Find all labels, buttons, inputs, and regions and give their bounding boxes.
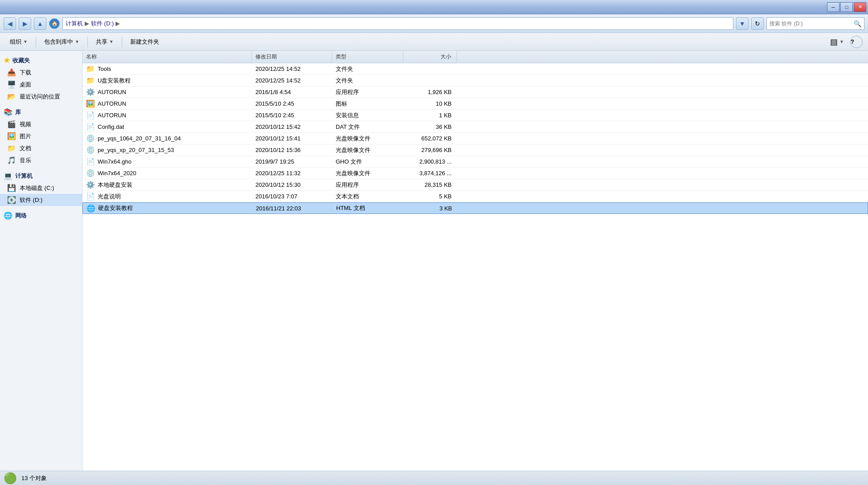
sidebar-network-section: 🌐 网络	[0, 210, 82, 222]
col-header-name[interactable]: 名称	[82, 51, 252, 62]
folder-music-icon: 🎵	[7, 156, 16, 164]
organize-button[interactable]: 组织 ▼	[5, 35, 32, 49]
sidebar-item-software-d[interactable]: 💽 软件 (D:)	[0, 194, 82, 206]
col-header-type[interactable]: 类型	[332, 51, 403, 62]
sidebar-item-pictures[interactable]: 🖼️ 图片	[0, 130, 82, 142]
file-date-cell: 2020/10/12 15:30	[252, 181, 332, 189]
file-list-header: 名称 修改日期 类型 大小	[82, 51, 868, 63]
star-icon: ★	[4, 56, 10, 65]
file-type-cell: 光盘映像文件	[332, 145, 403, 155]
file-icon: 📄	[86, 123, 95, 131]
view-button[interactable]: ▤ ▼	[826, 35, 848, 49]
file-list-container[interactable]: 名称 修改日期 类型 大小 📁 Tools 2020/12/25 14:52 文…	[82, 51, 868, 471]
address-path[interactable]: 计算机 ▶ 软件 (D:) ▶	[62, 17, 733, 30]
maximize-button[interactable]: □	[840, 2, 853, 12]
share-label: 共享	[96, 38, 107, 46]
table-row[interactable]: 💿 Win7x64_2020 2020/12/25 11:32 光盘映像文件 3…	[82, 168, 868, 179]
up-button[interactable]: ▲	[34, 17, 46, 30]
col-header-date[interactable]: 修改日期	[252, 51, 332, 62]
table-row[interactable]: 📄 Win7x64.gho 2019/9/7 19:25 GHO 文件 2,90…	[82, 156, 868, 168]
file-rows-container: 📁 Tools 2020/12/25 14:52 文件夹 📁 U盘安装教程 20…	[82, 63, 868, 214]
file-date-cell: 2020/10/12 15:36	[252, 146, 332, 154]
folder-recent-icon: 📂	[7, 92, 16, 101]
file-name-cell: ⚙️ AUTORUN	[82, 87, 252, 97]
file-type-cell: 安装信息	[332, 111, 403, 120]
sidebar-item-desktop[interactable]: 🖥️ 桌面	[0, 78, 82, 90]
table-row[interactable]: 🌐 硬盘安装教程 2016/11/21 22:03 HTML 文档 3 KB	[82, 202, 868, 214]
file-date-cell: 2016/11/21 22:03	[252, 204, 333, 213]
path-software-d[interactable]: 软件 (D:)	[91, 20, 114, 28]
file-name: pe_yqs_xp_20_07_31_15_53	[98, 147, 174, 153]
sidebar-music-label: 音乐	[20, 156, 31, 164]
table-row[interactable]: 🖼️ AUTORUN 2015/5/10 2:45 图标 10 KB	[82, 98, 868, 110]
file-date-cell: 2020/12/25 14:52	[252, 65, 332, 73]
file-icon: ⚙️	[86, 181, 95, 189]
file-name: 硬盘安装教程	[98, 204, 133, 212]
table-row[interactable]: 📄 Config.dat 2020/10/12 15:42 DAT 文件 36 …	[82, 121, 868, 133]
sidebar-computer-header[interactable]: 💻 计算机	[0, 170, 82, 182]
disk-d-icon: 💽	[7, 196, 16, 204]
sidebar-item-recent[interactable]: 📂 最近访问的位置	[0, 90, 82, 103]
sidebar-favorites-section: ★ 收藏夹 📥 下载 🖥️ 桌面 📂 最近访问的位置	[0, 54, 82, 103]
file-size-cell: 28,315 KB	[403, 181, 457, 189]
search-input[interactable]	[769, 21, 854, 27]
sidebar-item-local-c[interactable]: 💾 本地磁盘 (C:)	[0, 182, 82, 194]
file-size-cell: 652,072 KB	[403, 134, 457, 143]
status-app-icon: 🟢	[4, 472, 17, 485]
share-button[interactable]: 共享 ▼	[91, 35, 118, 49]
table-row[interactable]: ⚙️ 本地硬盘安装 2020/10/12 15:30 应用程序 28,315 K…	[82, 179, 868, 191]
statusbar: 🟢 13 个对象	[0, 471, 868, 485]
table-row[interactable]: 📁 Tools 2020/12/25 14:52 文件夹	[82, 63, 868, 75]
file-name-cell: 📁 Tools	[82, 64, 252, 74]
path-sep-1: ▶	[85, 20, 89, 27]
file-size-cell: 10 KB	[403, 99, 457, 108]
include-library-button[interactable]: 包含到库中 ▼	[40, 35, 84, 49]
sidebar-item-videos[interactable]: 🎬 视频	[0, 118, 82, 130]
table-row[interactable]: 📄 AUTORUN 2015/5/10 2:45 安装信息 1 KB	[82, 110, 868, 121]
search-box[interactable]: 🔍	[766, 17, 864, 30]
sidebar-network-header[interactable]: 🌐 网络	[0, 210, 82, 222]
new-folder-button[interactable]: 新建文件夹	[126, 35, 164, 49]
organize-dropdown-arrow: ▼	[23, 39, 28, 44]
folder-desktop-icon: 🖥️	[7, 80, 16, 89]
help-button[interactable]: ?	[850, 36, 863, 48]
sidebar-item-documents[interactable]: 📁 文档	[0, 142, 82, 154]
file-name: AUTORUN	[98, 89, 126, 95]
sidebar-library-label: 库	[15, 108, 21, 116]
minimize-button[interactable]: ─	[827, 2, 839, 12]
search-icon[interactable]: 🔍	[854, 20, 861, 27]
dropdown-button[interactable]: ▼	[736, 17, 749, 30]
table-row[interactable]: 💿 pe_yqs_xp_20_07_31_15_53 2020/10/12 15…	[82, 144, 868, 156]
col-header-size[interactable]: 大小	[403, 51, 457, 62]
view-arrow: ▼	[839, 39, 844, 44]
titlebar: ─ □ ✕	[0, 0, 868, 14]
file-icon: ⚙️	[86, 88, 95, 96]
sidebar: ★ 收藏夹 📥 下载 🖥️ 桌面 📂 最近访问的位置 📚 库	[0, 51, 82, 471]
table-row[interactable]: 📁 U盘安装教程 2020/12/25 14:52 文件夹	[82, 75, 868, 86]
sidebar-library-header[interactable]: 📚 库	[0, 106, 82, 118]
network-icon: 🌐	[4, 211, 12, 220]
sidebar-item-downloads[interactable]: 📥 下载	[0, 66, 82, 78]
sidebar-item-music[interactable]: 🎵 音乐	[0, 154, 82, 166]
file-name: 光盘说明	[98, 193, 121, 201]
refresh-button[interactable]: ↻	[751, 17, 764, 30]
window-controls: ─ □ ✕	[827, 2, 866, 12]
path-computer[interactable]: 计算机	[66, 20, 83, 28]
include-library-arrow: ▼	[75, 39, 79, 44]
close-button[interactable]: ✕	[854, 2, 866, 12]
forward-button[interactable]: ▶	[19, 17, 31, 30]
back-button[interactable]: ◀	[4, 17, 16, 30]
table-row[interactable]: ⚙️ AUTORUN 2016/1/8 4:54 应用程序 1,926 KB	[82, 86, 868, 98]
disk-c-icon: 💾	[7, 184, 16, 192]
file-type-cell: DAT 文件	[332, 122, 403, 132]
sidebar-documents-label: 文档	[20, 144, 31, 152]
sidebar-favorites-header[interactable]: ★ 收藏夹	[0, 54, 82, 66]
toolbar: 组织 ▼ 包含到库中 ▼ 共享 ▼ 新建文件夹 ▤ ▼ ?	[0, 33, 868, 51]
file-name-cell: 📄 AUTORUN	[82, 110, 252, 120]
file-name: Win7x64_2020	[98, 170, 136, 177]
table-row[interactable]: 💿 pe_yqs_1064_20_07_31_16_04 2020/10/12 …	[82, 133, 868, 144]
file-size-cell: 5 KB	[403, 192, 457, 201]
file-icon: 🖼️	[86, 99, 95, 108]
table-row[interactable]: 📄 光盘说明 2016/10/23 7:07 文本文档 5 KB	[82, 191, 868, 202]
sidebar-desktop-label: 桌面	[20, 81, 31, 89]
